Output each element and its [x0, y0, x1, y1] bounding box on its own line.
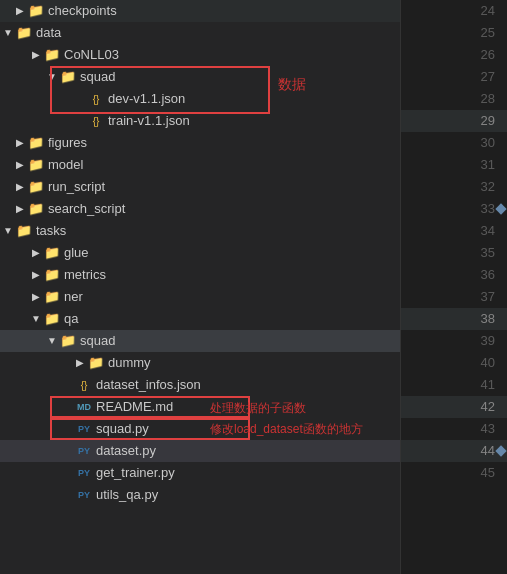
arrow-data-squad [44, 66, 60, 88]
label-dataset-infos: dataset_infos.json [96, 374, 201, 396]
tree-item-dataset-infos[interactable]: dataset_infos.json [0, 374, 400, 396]
line-num-28: 28 [401, 88, 507, 110]
tree-item-tasks[interactable]: tasks [0, 220, 400, 242]
tree-item-model[interactable]: model [0, 154, 400, 176]
label-get-trainer-py: get_trainer.py [96, 462, 175, 484]
line-numbers-panel: 2425262728293031323334353637383940414243… [400, 0, 507, 574]
arrow-data [0, 22, 16, 44]
label-glue: glue [64, 242, 89, 264]
tree-item-metrics[interactable]: metrics [0, 264, 400, 286]
tree-item-squad-py[interactable]: squad.py [0, 418, 400, 440]
py-icon-get-trainer [76, 462, 92, 484]
folder-icon-tasks [16, 220, 32, 242]
label-tasks: tasks [36, 220, 66, 242]
py-icon-utils-qa [76, 484, 92, 506]
folder-icon-figures [28, 132, 44, 154]
tree-item-run-script[interactable]: run_script [0, 176, 400, 198]
tree-item-ner[interactable]: ner [0, 286, 400, 308]
folder-icon-tasks-squad [60, 330, 76, 352]
tree-item-qa[interactable]: qa [0, 308, 400, 330]
line-num-36: 36 [401, 264, 507, 286]
label-metrics: metrics [64, 264, 106, 286]
label-qa: qa [64, 308, 78, 330]
tree-item-train-json[interactable]: train-v1.1.json [0, 110, 400, 132]
line-num-40: 40 [401, 352, 507, 374]
file-tree[interactable]: checkpoints data CoNLL03 squad dev-v1.1.… [0, 0, 400, 574]
line-num-45: 45 [401, 462, 507, 484]
folder-icon-qa [44, 308, 60, 330]
tree-item-dummy[interactable]: dummy [0, 352, 400, 374]
arrow-tasks [0, 220, 16, 242]
py-icon-squad [76, 418, 92, 440]
arrow-tasks-squad [44, 330, 60, 352]
label-tasks-squad: squad [80, 330, 115, 352]
tree-item-dataset-py[interactable]: dataset.py [0, 440, 400, 462]
label-search-script: search_script [48, 198, 125, 220]
folder-icon-data-squad [60, 66, 76, 88]
line-num-32: 32 [401, 176, 507, 198]
arrow-run-script [12, 176, 28, 198]
tree-item-utils-qa-py[interactable]: utils_qa.py [0, 484, 400, 506]
tree-item-figures[interactable]: figures [0, 132, 400, 154]
tree-item-checkpoints[interactable]: checkpoints [0, 0, 400, 22]
label-train-json: train-v1.1.json [108, 110, 190, 132]
folder-icon-conll03 [44, 44, 60, 66]
tree-item-get-trainer-py[interactable]: get_trainer.py [0, 462, 400, 484]
md-icon-readme [76, 396, 92, 418]
line-num-26: 26 [401, 44, 507, 66]
arrow-dummy [72, 352, 88, 374]
line-num-25: 25 [401, 22, 507, 44]
line-num-29: 29 [401, 110, 507, 132]
line-num-44: 44 [401, 440, 507, 462]
json-icon-dev [88, 88, 104, 110]
tree-item-readme[interactable]: README.md [0, 396, 400, 418]
tree-item-conll03[interactable]: CoNLL03 [0, 44, 400, 66]
tree-item-search-script[interactable]: search_script [0, 198, 400, 220]
folder-icon-metrics [44, 264, 60, 286]
arrow-conll03 [28, 44, 44, 66]
tree-item-data[interactable]: data [0, 22, 400, 44]
label-data: data [36, 22, 61, 44]
line-num-41: 41 [401, 374, 507, 396]
tree-item-tasks-squad[interactable]: squad [0, 330, 400, 352]
folder-icon-data [16, 22, 32, 44]
label-model: model [48, 154, 83, 176]
label-readme: README.md [96, 396, 173, 418]
folder-icon-dummy [88, 352, 104, 374]
tree-item-glue[interactable]: glue [0, 242, 400, 264]
arrow-ner [28, 286, 44, 308]
line-num-39: 39 [401, 330, 507, 352]
label-run-script: run_script [48, 176, 105, 198]
folder-icon-checkpoints [28, 0, 44, 22]
line-num-43: 43 [401, 418, 507, 440]
label-figures: figures [48, 132, 87, 154]
arrow-metrics [28, 264, 44, 286]
label-ner: ner [64, 286, 83, 308]
arrow-search-script [12, 198, 28, 220]
py-icon-dataset [76, 440, 92, 462]
label-utils-qa-py: utils_qa.py [96, 484, 158, 506]
line-num-24: 24 [401, 0, 507, 22]
arrow-qa [28, 308, 44, 330]
folder-icon-search-script [28, 198, 44, 220]
folder-icon-run-script [28, 176, 44, 198]
folder-icon-glue [44, 242, 60, 264]
arrow-figures [12, 132, 28, 154]
label-checkpoints: checkpoints [48, 0, 117, 22]
label-conll03: CoNLL03 [64, 44, 119, 66]
line-num-37: 37 [401, 286, 507, 308]
label-dummy: dummy [108, 352, 151, 374]
arrow-glue [28, 242, 44, 264]
arrow-checkpoints [12, 0, 28, 22]
tree-item-dev-json[interactable]: dev-v1.1.json [0, 88, 400, 110]
line-num-35: 35 [401, 242, 507, 264]
label-data-squad: squad [80, 66, 115, 88]
line-num-30: 30 [401, 132, 507, 154]
line-num-42: 42 [401, 396, 507, 418]
folder-icon-model [28, 154, 44, 176]
line-num-34: 34 [401, 220, 507, 242]
folder-icon-ner [44, 286, 60, 308]
label-dataset-py: dataset.py [96, 440, 156, 462]
tree-item-data-squad[interactable]: squad [0, 66, 400, 88]
json-icon-dataset-infos [76, 374, 92, 396]
